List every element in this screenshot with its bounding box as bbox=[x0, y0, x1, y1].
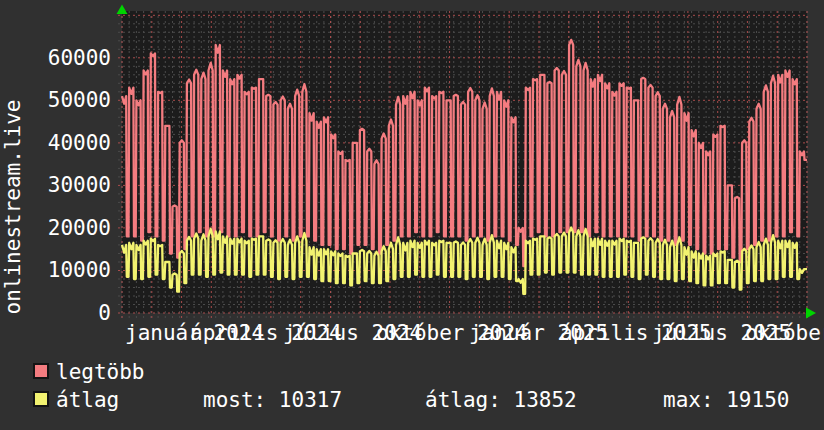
legend-label: legtöbb bbox=[56, 360, 145, 384]
legend-label: átlag bbox=[56, 388, 119, 412]
y-tick-label: 40000 bbox=[48, 131, 111, 155]
stat-value: max: 19150 bbox=[663, 388, 789, 412]
legend-swatch-icon bbox=[33, 391, 49, 407]
y-tick-label: 0 bbox=[98, 301, 111, 325]
y-tick-label: 20000 bbox=[48, 216, 111, 240]
stat-value: átlag: 13852 bbox=[425, 388, 577, 412]
rrd-graph: onlinestream.live 0100002000030000400005… bbox=[0, 0, 824, 430]
y-tick-label: 30000 bbox=[48, 173, 111, 197]
y-tick-label: 60000 bbox=[48, 46, 111, 70]
legend-swatch-icon bbox=[33, 363, 49, 379]
stat-value: most: 10317 bbox=[203, 388, 342, 412]
x-axis-arrow-icon bbox=[806, 308, 816, 319]
y-tick-label: 50000 bbox=[48, 88, 111, 112]
y-tick-label: 10000 bbox=[48, 258, 111, 282]
y-axis-arrow-icon bbox=[117, 5, 128, 15]
x-tick-label: október 2025 bbox=[745, 321, 824, 345]
